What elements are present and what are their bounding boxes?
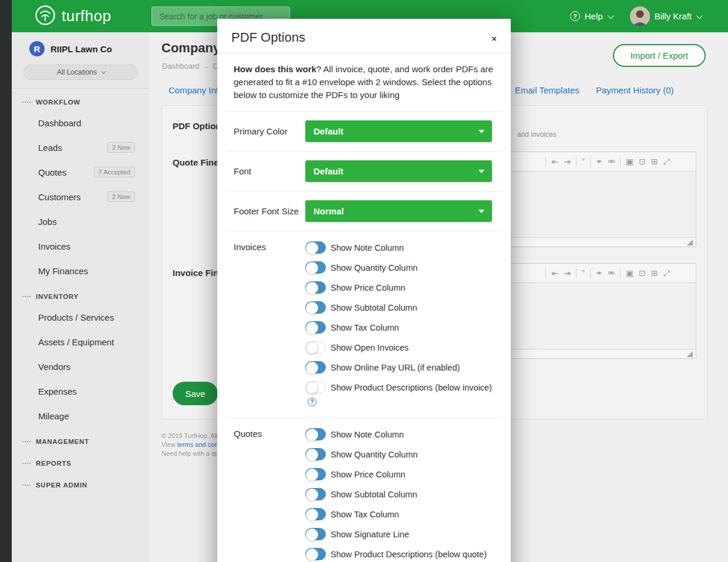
sidebar-item-expenses[interactable]: Expenses: [12, 379, 150, 403]
toggle-label: Show Signature Line: [331, 530, 409, 539]
section-dash-icon: [22, 441, 31, 442]
section-dash-icon: [22, 484, 31, 486]
toggle-switch[interactable]: [305, 341, 326, 354]
company-logo-icon: R: [29, 41, 45, 56]
toggle-row: Show Price Column: [305, 468, 494, 481]
link-icon[interactable]: ⚭: [596, 157, 603, 166]
toggle-switch[interactable]: [305, 428, 326, 440]
table-icon[interactable]: ⊞: [651, 157, 658, 166]
quotes-label: Quotes: [234, 428, 305, 440]
image-icon[interactable]: ▣: [626, 269, 633, 277]
blockquote-icon[interactable]: ”: [582, 269, 585, 277]
help-label: Help: [585, 11, 603, 21]
footer-font-size-select[interactable]: Normal: [305, 200, 492, 222]
user-menu[interactable]: Billy Kraft: [630, 6, 701, 26]
tab-payment-history[interactable]: Payment History (0): [596, 85, 674, 95]
sidebar-item-quotes[interactable]: Quotes7 Accepted: [12, 160, 150, 184]
save-button[interactable]: Save: [173, 382, 218, 405]
section-header-super-admin[interactable]: SUPER ADMIN: [12, 472, 150, 493]
pdf-options-modal: PDF Options × How does this work? All in…: [217, 19, 511, 562]
blockquote-icon[interactable]: ”: [582, 157, 585, 166]
status-badge: 2 New: [107, 142, 135, 153]
indent-icon[interactable]: ⇥: [564, 269, 571, 277]
close-icon[interactable]: ×: [491, 30, 497, 43]
sidebar-item-products-services[interactable]: Products / Services: [12, 305, 150, 329]
sidebar-item-customers[interactable]: Customers2 New: [12, 184, 150, 209]
section-header-inventory: INVENTORY: [12, 283, 150, 305]
resize-grip[interactable]: [687, 351, 693, 357]
import-export-button[interactable]: Import / Export: [613, 44, 706, 67]
outdent-icon[interactable]: ⇤: [551, 157, 558, 166]
toggle-switch[interactable]: [305, 241, 326, 254]
toggle-label: Show Note Column: [331, 430, 404, 439]
caret-down-icon: [478, 130, 484, 133]
toggle-switch[interactable]: [305, 488, 326, 500]
terms-link[interactable]: terms and cond: [177, 441, 222, 448]
toggle-row: Show Quantity Column: [305, 261, 494, 274]
intro-bold: How does this work: [234, 64, 316, 74]
location-selector[interactable]: All Locations: [23, 65, 138, 80]
placeholder-image-icon[interactable]: ⊡: [639, 157, 646, 166]
toggle-label: Show Note Column: [331, 243, 404, 253]
indent-icon[interactable]: ⇥: [564, 157, 571, 166]
toggle-row: Show Subtotal Column: [305, 301, 494, 314]
toggle-row: Show Product Descriptions (below invoice…: [305, 381, 494, 406]
toggle-switch[interactable]: [305, 361, 326, 373]
row-quotes: Quotes Show Note Column Show Quantity Co…: [227, 418, 501, 562]
modal-header: PDF Options ×: [217, 19, 511, 53]
sidebar-item-dashboard[interactable]: Dashboard: [12, 110, 150, 135]
toggle-switch[interactable]: [305, 508, 326, 520]
toggle-label: Show Online Pay URL (if enabled): [331, 363, 460, 372]
toggle-switch[interactable]: [305, 301, 326, 314]
section-header-management[interactable]: MANAGEMENT: [12, 428, 150, 450]
toggle-label: Show Product Descriptions (below quote): [331, 550, 487, 559]
toggle-switch[interactable]: [305, 548, 326, 560]
sidebar-item-vendors[interactable]: Vendors: [12, 354, 150, 379]
toggle-switch[interactable]: [305, 281, 326, 294]
toggle-label: Show Price Column: [331, 283, 405, 292]
image-icon[interactable]: ▣: [626, 157, 633, 166]
toggle-label: Show Tax Column: [331, 510, 399, 519]
chevron-down-icon: [101, 69, 106, 73]
sidebar-item-my-finances[interactable]: My Finances: [12, 258, 150, 283]
unlink-icon[interactable]: ⚮: [608, 157, 615, 166]
font-select[interactable]: Default: [305, 160, 492, 182]
maximize-icon[interactable]: ⤢: [663, 269, 670, 277]
unlink-icon[interactable]: ⚮: [608, 269, 615, 277]
toggle-switch[interactable]: [305, 261, 326, 274]
toggle-label: Show Open Invoices: [331, 343, 409, 352]
toolbar-separator: [590, 157, 591, 166]
toggle-switch[interactable]: [305, 381, 326, 393]
outdent-icon[interactable]: ⇤: [551, 269, 558, 277]
tab-company-info[interactable]: Company Inf: [168, 85, 218, 95]
breadcrumb-home[interactable]: Dashboard: [162, 62, 200, 70]
question-circle-icon: ?: [570, 11, 580, 21]
resize-grip[interactable]: [687, 240, 693, 245]
toggle-switch[interactable]: [305, 321, 326, 334]
link-icon[interactable]: ⚭: [596, 269, 603, 277]
toggle-switch[interactable]: [305, 448, 326, 460]
sidebar-item-assets-equipment[interactable]: Assets / Equipment: [12, 329, 150, 354]
toggle-switch[interactable]: [305, 468, 326, 480]
toggle-row: Show Price Column: [305, 281, 494, 294]
sidebar-item-invoices[interactable]: Invoices: [12, 234, 150, 258]
maximize-icon[interactable]: ⤢: [663, 157, 670, 166]
row-footer-font-size: Footer Font Size Normal: [227, 191, 501, 231]
sidebar-item-leads[interactable]: Leads2 New: [12, 135, 150, 160]
brand-logo[interactable]: turfhop: [34, 4, 149, 29]
toolbar-separator: [545, 268, 546, 278]
placeholder-image-icon[interactable]: ⊡: [639, 269, 646, 277]
tab-email-templates[interactable]: Email Templates: [515, 85, 579, 95]
help-icon[interactable]: ?: [308, 398, 316, 406]
section-header-reports[interactable]: REPORTS: [12, 450, 150, 472]
company-name: RIIPL Lawn Co: [50, 44, 112, 54]
sidebar-item-mileage[interactable]: Mileage: [12, 403, 150, 428]
primary-color-select[interactable]: Default: [305, 120, 492, 142]
brand-name: turfhop: [62, 7, 111, 25]
help-menu[interactable]: ? Help: [570, 11, 612, 21]
sidebar-item-jobs[interactable]: Jobs: [12, 209, 150, 234]
table-icon[interactable]: ⊞: [651, 269, 658, 277]
status-badge: 2 New: [107, 191, 135, 202]
toggle-switch[interactable]: [305, 528, 326, 540]
toggle-label: Show Quantity Column: [331, 450, 417, 459]
